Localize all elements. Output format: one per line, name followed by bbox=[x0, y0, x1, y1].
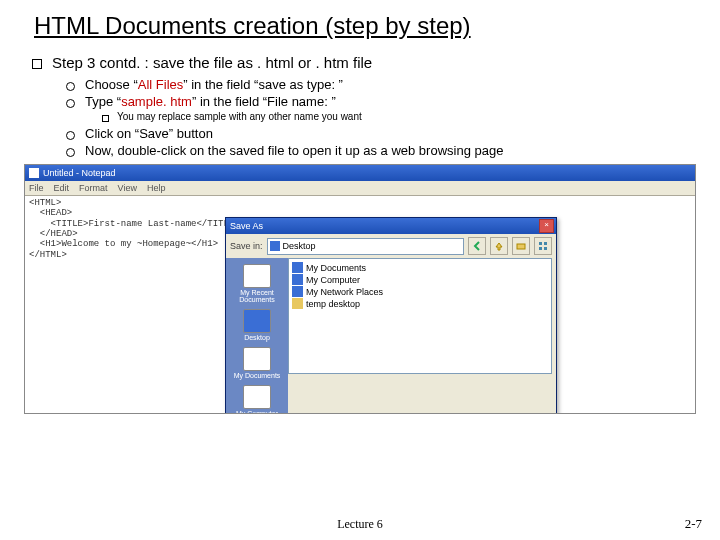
save-as-titlebar: Save As × bbox=[226, 218, 556, 234]
footer-lecture: Lecture 6 bbox=[0, 517, 720, 532]
sidebar-item-mycomputer[interactable]: My Computer bbox=[231, 383, 283, 414]
bullet-icon bbox=[66, 82, 75, 91]
close-icon[interactable]: × bbox=[539, 219, 554, 233]
list-item[interactable]: My Computer bbox=[292, 274, 548, 285]
bullet-text: Now, double-click on the saved file to o… bbox=[85, 143, 503, 158]
bullet-icon bbox=[32, 59, 42, 69]
bullet-click-save: Click on “Save” button bbox=[66, 126, 696, 141]
svg-rect-4 bbox=[544, 247, 547, 250]
bullet-choose-all-files: Choose “All Files” in the field “save as… bbox=[66, 77, 696, 92]
bullet-icon bbox=[66, 99, 75, 108]
sidebar-item-desktop[interactable]: Desktop bbox=[231, 307, 283, 343]
menu-help[interactable]: Help bbox=[147, 183, 166, 193]
bullet-double-click: Now, double-click on the saved file to o… bbox=[66, 143, 696, 158]
notepad-title-text: Untitled - Notepad bbox=[43, 168, 116, 178]
svg-rect-3 bbox=[539, 247, 542, 250]
views-icon[interactable] bbox=[534, 237, 552, 255]
file-list[interactable]: My Documents My Computer My Network Plac… bbox=[288, 258, 552, 374]
save-as-toolbar: Save in: Desktop bbox=[226, 234, 556, 258]
notepad-icon bbox=[29, 168, 39, 178]
recent-icon bbox=[243, 264, 271, 288]
bullet-text: Type “sample. htm” in the field “File na… bbox=[85, 94, 336, 109]
up-icon[interactable] bbox=[490, 237, 508, 255]
notepad-menubar: File Edit Format View Help bbox=[25, 181, 695, 196]
bullet-icon bbox=[66, 131, 75, 140]
slide-title: HTML Documents creation (step by step) bbox=[34, 12, 696, 40]
desktop-icon bbox=[243, 309, 271, 333]
savein-label: Save in: bbox=[230, 241, 263, 251]
new-folder-icon[interactable] bbox=[512, 237, 530, 255]
list-item[interactable]: My Documents bbox=[292, 262, 548, 273]
svg-rect-2 bbox=[544, 242, 547, 245]
computer-icon bbox=[292, 274, 303, 285]
desktop-icon bbox=[270, 241, 280, 251]
savein-combo[interactable]: Desktop bbox=[267, 238, 464, 255]
step-heading-text: Step 3 contd. : save the file as . html … bbox=[52, 54, 372, 71]
svg-rect-1 bbox=[539, 242, 542, 245]
menu-format[interactable]: Format bbox=[79, 183, 108, 193]
notepad-titlebar: Untitled - Notepad bbox=[25, 165, 695, 181]
back-icon[interactable] bbox=[468, 237, 486, 255]
page-number: 2-7 bbox=[685, 516, 702, 532]
bullet-type-sample: Type “sample. htm” in the field “File na… bbox=[66, 94, 696, 109]
menu-edit[interactable]: Edit bbox=[54, 183, 70, 193]
bullet-icon bbox=[66, 148, 75, 157]
menu-file[interactable]: File bbox=[29, 183, 44, 193]
network-icon bbox=[292, 286, 303, 297]
svg-rect-0 bbox=[517, 244, 525, 249]
menu-view[interactable]: View bbox=[118, 183, 137, 193]
sidebar-item-recent[interactable]: My Recent Documents bbox=[231, 262, 283, 305]
folder-icon bbox=[243, 347, 271, 371]
bullet-text: You may replace sample with any other na… bbox=[117, 111, 362, 122]
save-as-title-text: Save As bbox=[230, 221, 263, 231]
bullet-text: Click on “Save” button bbox=[85, 126, 213, 141]
step-heading: Step 3 contd. : save the file as . html … bbox=[32, 54, 696, 71]
screenshot-figure: Untitled - Notepad File Edit Format View… bbox=[24, 164, 696, 414]
folder-icon bbox=[292, 298, 303, 309]
list-item[interactable]: My Network Places bbox=[292, 286, 548, 297]
save-as-dialog: Save As × Save in: Desktop My Recent Doc… bbox=[225, 217, 557, 414]
savein-value: Desktop bbox=[283, 241, 316, 251]
list-item[interactable]: temp desktop bbox=[292, 298, 548, 309]
computer-icon bbox=[243, 385, 271, 409]
folder-icon bbox=[292, 262, 303, 273]
bullet-text: Choose “All Files” in the field “save as… bbox=[85, 77, 343, 92]
bullet-icon bbox=[102, 115, 109, 122]
bullet-replace-note: You may replace sample with any other na… bbox=[102, 111, 696, 122]
places-sidebar: My Recent Documents Desktop My Documents… bbox=[226, 258, 288, 414]
sidebar-item-mydocs[interactable]: My Documents bbox=[231, 345, 283, 381]
